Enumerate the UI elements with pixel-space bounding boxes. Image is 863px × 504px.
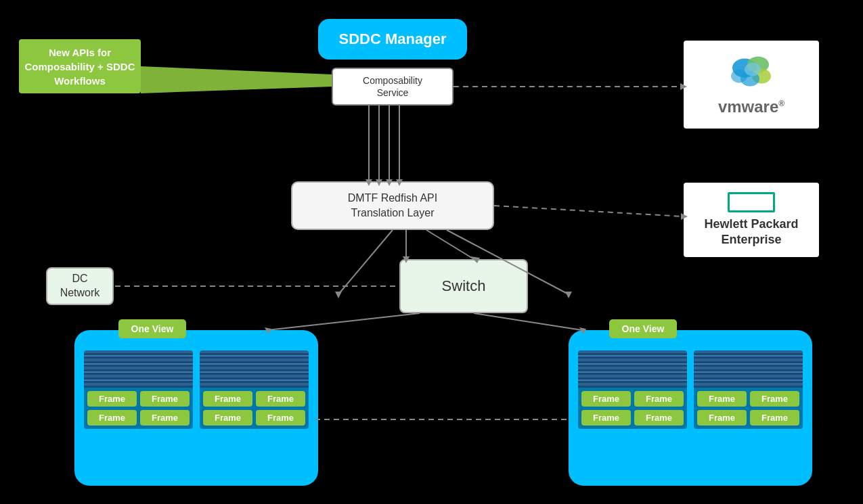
frame-box: Frame: [750, 391, 799, 407]
svg-point-31: [731, 70, 747, 83]
svg-line-17: [426, 230, 474, 259]
oneview-container-left: Frame Frame Frame Frame Frame Frame Fram…: [74, 330, 318, 486]
frame-box: Frame: [581, 391, 631, 407]
server-grid-left: Frame Frame Frame Frame Frame Frame Fram…: [84, 350, 309, 429]
sddc-manager-box: SDDC Manager: [318, 19, 467, 60]
frame-box: Frame: [581, 410, 631, 426]
server-rack-1: Frame Frame Frame Frame: [84, 350, 193, 429]
hpe-logo: Hewlett Packard Enterprise: [684, 183, 819, 257]
server-rack-4: Frame Frame Frame Frame: [694, 350, 803, 429]
frame-box: Frame: [634, 391, 684, 407]
svg-marker-0: [141, 66, 332, 93]
frame-box: Frame: [140, 410, 190, 426]
vmware-text: vmware®: [718, 97, 784, 116]
frame-box: Frame: [256, 410, 305, 426]
hpe-text: Hewlett Packard Enterprise: [704, 216, 798, 248]
oneview-label-left: One View: [118, 319, 186, 338]
frame-box: Frame: [87, 391, 137, 407]
svg-line-11: [494, 206, 684, 216]
frame-box: Frame: [203, 410, 252, 426]
server-rack-3: Frame Frame Frame Frame: [578, 350, 687, 429]
server-rack-2: Frame Frame Frame Frame: [200, 350, 309, 429]
architecture-diagram: New APIs for Composability + SDDC Workfl…: [0, 0, 863, 504]
svg-line-21: [267, 313, 420, 330]
server-grid-right: Frame Frame Frame Frame Frame Frame Fram…: [578, 350, 803, 429]
frame-box: Frame: [256, 391, 305, 407]
svg-line-13: [338, 230, 393, 294]
vmware-icon: [724, 53, 778, 93]
vmware-logo: vmware®: [684, 41, 819, 129]
frame-box: Frame: [750, 410, 799, 426]
dc-network-box: DCNetwork: [46, 267, 114, 305]
frame-box: Frame: [634, 410, 684, 426]
switch-box: Switch: [399, 259, 528, 313]
new-apis-label: New APIs for Composability + SDDC Workfl…: [19, 39, 141, 93]
oneview-label-right: One View: [609, 319, 677, 338]
svg-line-23: [474, 313, 582, 330]
composability-service-box: ComposabilityService: [332, 68, 453, 106]
frame-box: Frame: [140, 391, 190, 407]
frame-box: Frame: [697, 410, 747, 426]
frame-box: Frame: [87, 410, 137, 426]
hpe-icon: [728, 192, 775, 212]
oneview-container-right: Frame Frame Frame Frame Frame Frame Fram…: [569, 330, 812, 486]
dmtf-box: DMTF Redfish APITranslation Layer: [291, 181, 494, 230]
svg-point-32: [745, 63, 761, 76]
frame-box: Frame: [697, 391, 747, 407]
svg-marker-20: [565, 292, 572, 298]
frame-box: Frame: [203, 391, 252, 407]
svg-marker-14: [335, 292, 342, 298]
